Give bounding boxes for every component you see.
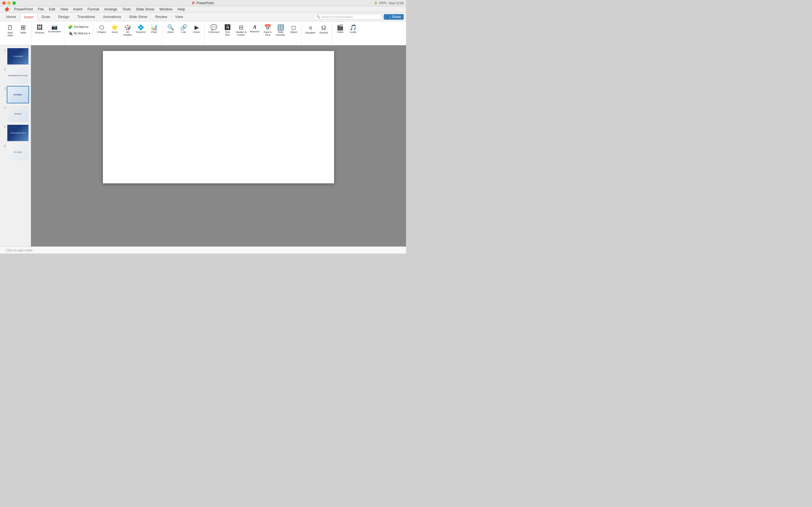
object-icon: ◻: [291, 24, 296, 30]
menu-view[interactable]: View: [58, 6, 70, 12]
action-button[interactable]: ▶ Action: [190, 24, 203, 34]
slide-thumb-1[interactable]: 1 贝叶斯信息准则: [2, 48, 29, 65]
menu-file[interactable]: File: [36, 6, 46, 12]
tab-view[interactable]: View: [171, 13, 187, 20]
my-addins-icon: 🔌: [68, 31, 73, 36]
icons-icon: ⭐: [111, 24, 118, 30]
fullscreen-button[interactable]: [12, 1, 16, 5]
slide-number-button[interactable]: 🔢 SlideNumber: [274, 24, 287, 37]
slide-thumb-6[interactable]: 6 BIC公式推导: [2, 144, 29, 161]
header-footer-button[interactable]: ⊟ Header &Footer: [234, 24, 248, 37]
textbox-button[interactable]: 🅰 TextBox: [221, 24, 234, 37]
close-button[interactable]: [2, 1, 6, 5]
slide-thumb-5[interactable]: 5 贝叶斯信息准则公式推导: [2, 124, 29, 142]
menu-bar: 🍎 PowerPoint File Edit View Insert Forma…: [0, 6, 406, 12]
ribbon-group-addins: 🧩 Get Add-ins 🔌 My Add-ins ▾: [65, 22, 93, 44]
link-button[interactable]: 🔗 Link: [177, 24, 190, 34]
slide-thumb-2[interactable]: 2 数学模型[Mathematical model]: [2, 67, 29, 84]
link-icon: 🔗: [180, 24, 187, 30]
addins-icon: 🧩: [68, 24, 73, 29]
title-bar-right: 🔋 100% Wed 22:06: [374, 1, 404, 5]
slide-canvas[interactable]: 极大似然估计 • 当我们用「极大似然函数」给出参数的估计时，假设的前提是「数据满…: [103, 51, 334, 183]
zoom-icon: 🔍: [167, 24, 174, 30]
apple-menu[interactable]: 🍎: [2, 6, 11, 12]
slide-panel: 1 贝叶斯信息准则 2 数学模型[Mathematical model] 3 极…: [0, 45, 31, 246]
share-icon: 👥: [387, 15, 391, 19]
menu-format[interactable]: Format: [85, 6, 101, 12]
textbox-icon: 🅰: [225, 24, 231, 30]
menu-tools[interactable]: Tools: [120, 6, 133, 12]
table-icon: ⊞: [20, 24, 26, 31]
traffic-lights[interactable]: [2, 1, 16, 5]
smartart-button[interactable]: 💠 SmartArt: [135, 24, 147, 34]
slide-thumb-4[interactable]: 4 模型的优劣: [2, 105, 29, 122]
main-area: 1 贝叶斯信息准则 2 数学模型[Mathematical model] 3 极…: [0, 45, 406, 246]
menu-window[interactable]: Window: [157, 6, 174, 12]
3d-icon: 🎲: [124, 24, 131, 30]
menu-help[interactable]: Help: [175, 6, 187, 12]
ribbon-group-media: 🎬 Video 🎵 Audio: [333, 22, 361, 44]
comment-button[interactable]: 💬 Comment: [207, 24, 221, 34]
menu-powerpoint[interactable]: PowerPoint: [12, 6, 35, 12]
audio-button[interactable]: 🎵 Audio: [347, 24, 359, 34]
icons-button[interactable]: ⭐ Icons: [109, 24, 121, 34]
title-bar-center: P PowerPoint: [192, 1, 214, 5]
smartart-icon: 💠: [137, 24, 144, 30]
minimize-button[interactable]: [7, 1, 11, 5]
chart-icon: 📊: [151, 24, 158, 30]
tab-insert[interactable]: Insert: [20, 13, 38, 21]
slide-thumb-3[interactable]: 3 极大似然估计: [2, 86, 29, 103]
tab-transitions[interactable]: Transitions: [73, 13, 99, 20]
menu-slideshow[interactable]: Slide Show: [134, 6, 156, 12]
object-button[interactable]: ◻ Object: [287, 24, 300, 34]
symbol-button[interactable]: Ω Symbol: [317, 24, 330, 35]
ribbon-group-slides: 🗋 NewSlide ⊞ Table: [2, 22, 31, 44]
search-icon: 🔍: [316, 15, 320, 18]
chart-button[interactable]: 📊 Chart: [148, 24, 160, 34]
ribbon-content: 🗋 NewSlide ⊞ Table 🖼 Pictures 📷 Screensh…: [0, 21, 406, 45]
shapes-icon: ⬡: [99, 24, 104, 30]
slide-preview-5: 贝叶斯信息准则公式推导: [7, 125, 29, 141]
table-button[interactable]: ⊞ Table: [17, 24, 29, 35]
title-bar: P PowerPoint 🔋 100% Wed 22:06: [0, 0, 406, 6]
date-time-button[interactable]: 📅 Date &Time: [261, 24, 274, 37]
notes-area[interactable]: Click to add notes: [0, 246, 406, 253]
tab-slideshow[interactable]: Slide Show: [125, 13, 151, 20]
get-addins-button[interactable]: 🧩 Get Add-ins: [66, 24, 90, 30]
tab-home[interactable]: Home: [2, 13, 20, 20]
slide-preview-2: 数学模型[Mathematical model]: [7, 67, 29, 83]
share-button[interactable]: 👥 Share: [384, 14, 404, 20]
notes-placeholder[interactable]: Click to add notes: [6, 248, 33, 252]
date-time-icon: 📅: [264, 24, 271, 30]
tab-review[interactable]: Review: [151, 13, 171, 20]
menu-insert[interactable]: Insert: [71, 6, 85, 12]
ribbon-group-images: 🖼 Pictures 📷 Screenshot: [32, 22, 64, 44]
comment-icon: 💬: [210, 24, 217, 30]
ribbon-group-symbols: π Equation Ω Symbol: [302, 22, 332, 44]
equation-icon: π: [309, 24, 312, 31]
slide-preview-3: 极大似然估计: [7, 87, 29, 103]
menu-arrange[interactable]: Arrange: [102, 6, 119, 12]
menu-edit[interactable]: Edit: [47, 6, 57, 12]
shapes-button[interactable]: ⬡ Shapes: [96, 24, 108, 34]
slide-preview-4: 模型的优劣: [7, 106, 29, 122]
equation-button[interactable]: π Equation: [304, 24, 317, 35]
ribbon-group-links: 🔍 Zoom 🔗 Link ▶ Action: [163, 22, 205, 44]
app-name: PowerPoint: [197, 1, 214, 5]
new-slide-button[interactable]: 🗋 NewSlide: [4, 24, 16, 38]
tab-animations[interactable]: Animations: [99, 13, 125, 20]
tab-design[interactable]: Design: [54, 13, 73, 20]
canvas-area[interactable]: 极大似然估计 • 当我们用「极大似然函数」给出参数的估计时，假设的前提是「数据满…: [31, 45, 406, 246]
wordart-button[interactable]: A WordArt: [248, 24, 261, 34]
3d-models-button[interactable]: 🎲 3DModels: [121, 24, 134, 37]
my-addins-button[interactable]: 🔌 My Add-ins ▾: [66, 30, 91, 36]
video-button[interactable]: 🎬 Video: [334, 24, 347, 34]
ribbon-tabs: Home Insert Draw Design Transitions Anim…: [0, 12, 406, 21]
pictures-icon: 🖼: [37, 24, 43, 31]
slide-number-icon: 🔢: [277, 24, 284, 30]
screenshot-button[interactable]: 📷 Screenshot: [47, 24, 62, 34]
tab-draw[interactable]: Draw: [38, 13, 54, 20]
pictures-button[interactable]: 🖼 Pictures: [34, 24, 46, 35]
zoom-button[interactable]: 🔍 Zoom: [164, 24, 177, 34]
search-box[interactable]: 🔍 Search in Presentation: [314, 14, 382, 19]
